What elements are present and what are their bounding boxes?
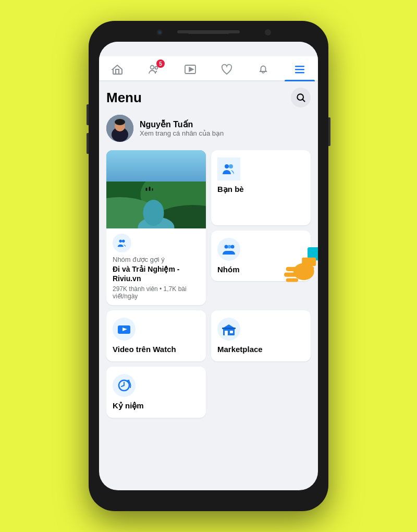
- page-header: Menu: [106, 88, 311, 107]
- nav-dating[interactable]: [212, 61, 242, 78]
- status-bar: [99, 42, 318, 56]
- ban-be-icon: [217, 158, 240, 180]
- marketplace-card[interactable]: Marketplace: [211, 310, 311, 361]
- group-card-icon: [113, 234, 131, 252]
- heart-icon: [220, 63, 234, 76]
- user-name: Nguyễn Tuấn: [140, 119, 224, 129]
- nhom-icon: [217, 238, 240, 261]
- svg-rect-21: [152, 188, 153, 191]
- svg-point-30: [231, 245, 235, 249]
- video-watch-card[interactable]: Video trên Watch: [106, 310, 206, 361]
- svg-point-0: [151, 66, 154, 69]
- marketplace-label: Marketplace: [217, 345, 263, 354]
- svg-rect-36: [286, 278, 298, 282]
- menu-icon: [293, 63, 306, 76]
- svg-rect-43: [225, 331, 228, 335]
- menu-grid: Nhóm được gợi ý Đi và Trải Nghiệm - Rivi…: [106, 150, 311, 418]
- svg-rect-35: [284, 272, 298, 276]
- nav-bar: 5: [99, 56, 318, 81]
- group-card-title: Đi và Trải Nghiệm - Riviu.vn: [113, 264, 200, 283]
- group-card-meta: 297K thành viên • 1,7K bài viết/ngày: [113, 285, 200, 300]
- user-subtitle: Xem trang cá nhân của bạn: [140, 129, 224, 137]
- svg-point-33: [293, 263, 314, 280]
- svg-rect-5: [295, 69, 304, 70]
- bell-icon: [256, 63, 270, 76]
- vol-up-button: [87, 104, 89, 125]
- nav-friends[interactable]: 5: [139, 61, 169, 78]
- svg-rect-20: [149, 187, 151, 191]
- ky-niem-card[interactable]: Kỷ niệm: [106, 367, 206, 418]
- main-content: Menu: [99, 81, 318, 486]
- svg-rect-19: [146, 188, 148, 191]
- svg-point-27: [217, 238, 240, 261]
- svg-marker-3: [189, 67, 193, 71]
- svg-rect-4: [295, 66, 304, 67]
- svg-point-23: [122, 240, 125, 243]
- svg-rect-6: [295, 72, 304, 74]
- nav-notifications[interactable]: [248, 61, 278, 78]
- group-card-tag: Nhóm được gợi ý: [113, 256, 200, 263]
- group-suggested-card[interactable]: Nhóm được gợi ý Đi và Trải Nghiệm - Rivi…: [106, 150, 206, 305]
- front-camera: [156, 29, 163, 35]
- avatar: [106, 115, 133, 142]
- speaker: [188, 31, 229, 34]
- friends-icon: 5: [147, 63, 161, 76]
- landscape-image: [106, 150, 206, 228]
- vol-down-button: [87, 133, 89, 154]
- svg-point-24: [217, 158, 240, 180]
- friends-badge: 5: [156, 59, 165, 68]
- ky-niem-label: Kỷ niệm: [113, 401, 144, 410]
- nhom-card-wrapper: Nhóm: [211, 231, 311, 305]
- svg-point-1: [155, 67, 158, 69]
- ban-be-card[interactable]: Bạn bè: [211, 150, 311, 225]
- hand-cursor-indicator: [279, 247, 318, 289]
- group-card-bottom: Nhóm được gợi ý Đi và Trải Nghiệm - Rivi…: [106, 228, 206, 305]
- phone-screen: 5: [99, 42, 318, 490]
- svg-point-25: [225, 164, 229, 168]
- watch-icon: [183, 63, 197, 76]
- ban-be-label: Bạn bè: [217, 185, 304, 194]
- marketplace-icon: [217, 318, 240, 341]
- video-watch-icon: [113, 318, 136, 341]
- user-profile-row[interactable]: Nguyễn Tuấn Xem trang cá nhân của bạn: [106, 115, 311, 142]
- user-info: Nguyễn Tuấn Xem trang cá nhân của bạn: [140, 119, 224, 137]
- svg-point-11: [115, 119, 125, 125]
- svg-rect-34: [286, 267, 299, 271]
- nav-menu[interactable]: [285, 61, 315, 78]
- nav-watch[interactable]: [175, 61, 205, 78]
- search-icon: [296, 92, 306, 103]
- svg-point-29: [228, 245, 231, 249]
- svg-point-26: [229, 164, 233, 168]
- ky-niem-icon: [113, 374, 136, 397]
- phone-frame: 5: [89, 21, 328, 511]
- svg-rect-44: [230, 331, 233, 333]
- search-button[interactable]: [291, 88, 311, 107]
- svg-rect-45: [222, 328, 236, 329]
- home-icon: [111, 63, 124, 76]
- svg-point-28: [225, 245, 228, 249]
- svg-point-22: [119, 240, 122, 243]
- sensor: [265, 29, 271, 35]
- page-title: Menu: [106, 90, 142, 106]
- svg-point-18: [143, 200, 164, 226]
- nav-home[interactable]: [102, 61, 132, 78]
- power-button: [328, 117, 330, 146]
- video-watch-label: Video trên Watch: [113, 345, 176, 354]
